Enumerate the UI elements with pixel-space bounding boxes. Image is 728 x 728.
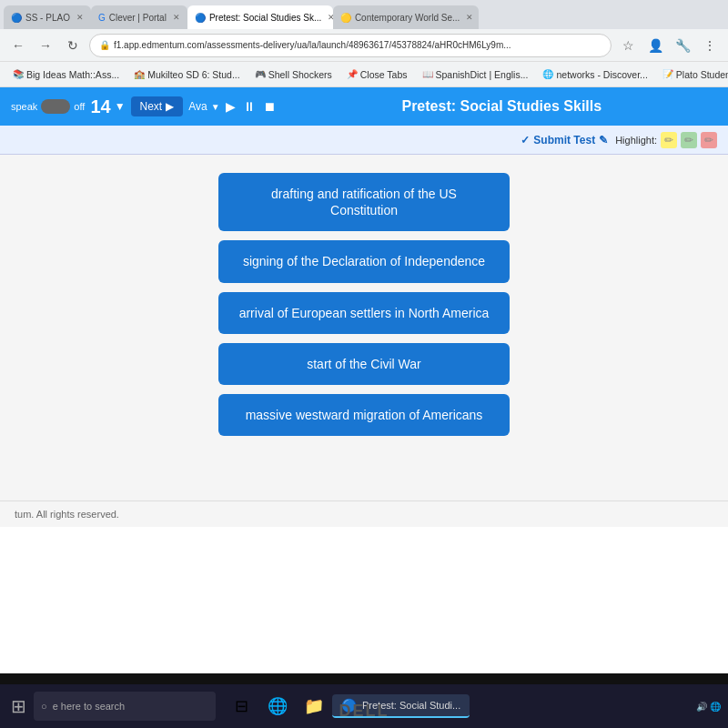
play-button[interactable]: ▶ (224, 97, 238, 116)
tab-favicon-2: G (98, 13, 106, 23)
answer-text-1: drafting and ratification of the US Cons… (271, 187, 457, 217)
submit-label: Submit Test (533, 134, 595, 147)
extensions-button[interactable]: 🔧 (672, 35, 693, 56)
bookmark-icon-5: 📖 (422, 69, 433, 79)
avatar-dropdown-icon: ▼ (211, 102, 220, 112)
tab-label-1: SS - PLAO (25, 13, 70, 23)
bookmark-icon-3: 🎮 (255, 69, 266, 79)
bookmark-networks[interactable]: 🌐 networks - Discover... (537, 67, 652, 82)
bookmark-icon-1: 📚 (13, 69, 24, 79)
highlight-green-tool[interactable]: ✏ (681, 132, 697, 148)
tab-close-4[interactable]: ✕ (466, 13, 473, 22)
tab-ss-plao[interactable]: 🔵 SS - PLAO ✕ (4, 5, 91, 29)
tab-pretest[interactable]: 🔵 Pretest: Social Studies Sk... ✕ (187, 5, 333, 29)
tab-favicon-4: 🟡 (340, 13, 351, 23)
tab-favicon-3: 🔵 (195, 13, 206, 23)
answer-text-2: signing of the Declaration of Independen… (243, 254, 485, 268)
stop-button[interactable]: ⏹ (261, 97, 278, 116)
tab-clever[interactable]: G Clever | Portal ✕ (91, 5, 187, 29)
tab-close-2[interactable]: ✕ (173, 13, 180, 22)
footer: tum. All rights reserved. (0, 500, 728, 527)
bookmark-spanish[interactable]: 📖 SpanishDict | Englis... (417, 67, 534, 82)
copyright-text: tum. All rights reserved. (15, 509, 119, 520)
windows-icon: ⊞ (11, 696, 26, 716)
audio-controls: Ava ▼ ▶ ⏸ ⏹ (188, 97, 277, 116)
next-arrow-icon: ▶ (166, 100, 174, 113)
taskbar-widgets-icon[interactable]: ⊟ (227, 692, 256, 721)
header-left: speak off 14 ▼ Next ▶ Ava ▼ ▶ ⏸ ⏹ (11, 96, 278, 117)
reload-button[interactable]: ↻ (62, 35, 84, 56)
bookmark-label-3: Shell Shockers (268, 69, 332, 80)
answer-text-4: start of the Civil War (307, 357, 421, 371)
taskbar-icons-group: ⊟ 🌐 📁 (227, 692, 329, 721)
bookmark-label-7: Plato Student Orientatio... (676, 69, 728, 80)
answer-button-3[interactable]: arrival of European settlers in North Am… (218, 292, 510, 334)
answer-text-5: massive westward migration of Americans (246, 408, 483, 422)
bookmark-label-5: SpanishDict | Englis... (436, 69, 529, 80)
tab-close-1[interactable]: ✕ (76, 13, 84, 22)
address-text: f1.app.edmentum.com/assessments-delivery… (114, 40, 511, 50)
answer-button-1[interactable]: drafting and ratification of the US Cons… (218, 173, 510, 231)
taskbar-search-placeholder: e here to search (53, 701, 126, 712)
dell-logo: DELL (339, 702, 389, 721)
question-dropdown-icon[interactable]: ▼ (115, 100, 126, 113)
address-bar[interactable]: 🔒 f1.app.edmentum.com/assessments-delive… (89, 34, 612, 57)
main-content: drafting and ratification of the US Cons… (0, 155, 728, 500)
bookmarks-button[interactable]: ☆ (617, 35, 639, 56)
taskbar-files-icon[interactable]: 📁 (299, 692, 329, 721)
submit-bar: ✓ Submit Test ✎ Highlight: ✏ ✏ ✏ (0, 126, 728, 155)
bookmark-shell[interactable]: 🎮 Shell Shockers (249, 67, 338, 82)
lock-icon: 🔒 (99, 40, 110, 50)
submit-icon: ✓ (521, 134, 530, 147)
bookmark-label-4: Close Tabs (360, 69, 408, 80)
profile-button[interactable]: 👤 (644, 35, 666, 56)
browser-toolbar: ← → ↻ 🔒 f1.app.edmentum.com/assessments-… (0, 29, 728, 62)
pause-button[interactable]: ⏸ (241, 97, 258, 116)
question-nav: 14 ▼ (90, 96, 125, 117)
app-title: Pretest: Social Studies Skills (287, 98, 717, 115)
bookmark-icon-7: 📝 (662, 69, 673, 79)
taskbar-edge-icon[interactable]: 🌐 (263, 692, 292, 721)
menu-button[interactable]: ⋮ (699, 35, 721, 56)
speak-toggle: speak off (11, 99, 85, 114)
avatar-label: Ava (188, 100, 207, 113)
bookmark-mukilteo[interactable]: 🏫 Mukilteo SD 6: Stud... (128, 67, 246, 82)
monitor: 🔵 SS - PLAO ✕ G Clever | Portal ✕ 🔵 Pret… (0, 0, 728, 728)
bookmarks-bar: 📚 Big Ideas Math::Ass... 🏫 Mukilteo SD 6… (0, 62, 728, 87)
tab-contemporary[interactable]: 🟡 Contemporary World Se... ✕ (333, 5, 479, 29)
highlight-yellow-tool[interactable]: ✏ (661, 132, 677, 148)
bookmark-bigideas[interactable]: 📚 Big Ideas Math::Ass... (7, 67, 125, 82)
submit-test-button[interactable]: ✓ Submit Test ✎ (521, 134, 608, 147)
taskbar-time: 🔊 🌐 (696, 702, 721, 712)
highlight-bar: Highlight: ✏ ✏ ✏ (615, 132, 717, 148)
speak-label: speak (11, 101, 37, 112)
tab-label-3: Pretest: Social Studies Sk... (209, 13, 321, 23)
bookmark-label-1: Big Ideas Math::Ass... (26, 69, 119, 80)
forward-button[interactable]: → (35, 35, 56, 56)
taskbar-search-bar[interactable]: ○ e here to search (34, 692, 216, 721)
app-header: speak off 14 ▼ Next ▶ Ava ▼ ▶ ⏸ ⏹ (0, 87, 728, 126)
next-button[interactable]: Next ▶ (131, 96, 184, 116)
next-label: Next (140, 100, 163, 113)
screen: 🔵 SS - PLAO ✕ G Clever | Portal ✕ 🔵 Pret… (0, 0, 728, 673)
answer-button-4[interactable]: start of the Civil War (218, 343, 510, 385)
bookmark-icon-4: 📌 (347, 69, 358, 79)
answer-text-3: arrival of European settlers in North Am… (239, 306, 490, 320)
bookmark-icon-6: 🌐 (542, 69, 553, 79)
tab-label-2: Clever | Portal (109, 13, 167, 23)
answer-button-5[interactable]: massive westward migration of Americans (218, 394, 510, 436)
browser-tabs: 🔵 SS - PLAO ✕ G Clever | Portal ✕ 🔵 Pret… (0, 0, 728, 29)
bookmark-icon-2: 🏫 (134, 69, 145, 79)
speak-toggle-switch[interactable] (41, 99, 70, 114)
bookmark-close-tabs[interactable]: 📌 Close Tabs (341, 67, 413, 82)
taskbar-search-circle-icon: ○ (41, 701, 47, 712)
windows-start-button[interactable]: ⊞ (7, 692, 30, 721)
question-number: 14 (90, 96, 110, 117)
bookmark-label-6: networks - Discover... (556, 69, 647, 80)
submit-arrow-icon: ✎ (599, 134, 608, 147)
bookmark-label-2: Mukilteo SD 6: Stud... (147, 69, 240, 80)
answer-button-2[interactable]: signing of the Declaration of Independen… (218, 240, 510, 282)
bookmark-plato[interactable]: 📝 Plato Student Orientatio... (657, 67, 728, 82)
back-button[interactable]: ← (7, 35, 29, 56)
highlight-clear-tool[interactable]: ✏ (701, 132, 717, 148)
